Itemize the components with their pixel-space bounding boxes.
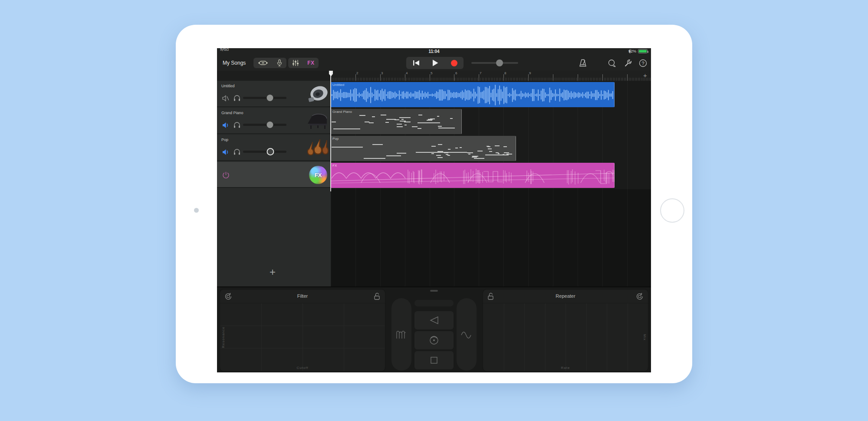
panel-grip-handle[interactable] bbox=[430, 290, 438, 292]
bar-number: 2 bbox=[356, 71, 358, 75]
stop-square-icon bbox=[430, 356, 438, 364]
filter-y-axis-label: Resonance bbox=[221, 326, 225, 348]
volume-slider[interactable] bbox=[243, 97, 286, 99]
midi-notes bbox=[331, 136, 516, 161]
filter-x-axis-label: Cutoff bbox=[220, 366, 385, 370]
status-bar: iPad 11:04 92% bbox=[217, 48, 651, 55]
bar-number: 6 bbox=[455, 71, 457, 75]
toolbar: My Songs bbox=[217, 55, 651, 71]
fx-cycle-icon[interactable] bbox=[636, 293, 644, 300]
region-label: Grand Piano bbox=[332, 110, 352, 114]
track-header-untitled[interactable]: Untitled bbox=[217, 81, 331, 107]
toolbar-slider-knob[interactable] bbox=[496, 59, 503, 66]
add-track-button[interactable]: + bbox=[262, 266, 283, 280]
filter-xy-pad[interactable]: Filter Resonance Cutoff bbox=[220, 289, 385, 372]
extend-song-button[interactable]: + bbox=[643, 72, 647, 79]
region-label: FX bbox=[332, 164, 337, 168]
mute-icon-active[interactable] bbox=[222, 122, 230, 128]
track-header-pop[interactable]: Pop bbox=[217, 135, 331, 161]
gater-slider[interactable] bbox=[391, 298, 411, 371]
volume-slider[interactable] bbox=[243, 151, 286, 153]
headphones-icon[interactable] bbox=[233, 148, 240, 155]
bar-ruler[interactable]: 2 3 4 5 6 7 8 9 + bbox=[331, 71, 651, 81]
microphone-icon[interactable] bbox=[277, 59, 282, 66]
metronome-icon[interactable] bbox=[579, 59, 587, 67]
region-untitled-audio[interactable]: Untitled bbox=[331, 82, 615, 107]
arrangement-area[interactable]: Untitled Grand Piano Pop FX bbox=[331, 81, 651, 286]
region-fx-automation[interactable]: FX bbox=[331, 163, 615, 188]
charging-bolt-icon bbox=[628, 49, 631, 53]
bar-number: 8 bbox=[504, 71, 506, 75]
audio-recorder-speaker-image[interactable] bbox=[305, 84, 329, 104]
fx-center-controls bbox=[385, 287, 483, 372]
repeater-y-axis-label: Mix bbox=[643, 334, 647, 340]
camera-dot bbox=[194, 208, 199, 213]
loop-browser-icon[interactable] bbox=[608, 59, 616, 67]
track-header-fx-selected[interactable]: FX bbox=[217, 162, 331, 188]
headphones-icon[interactable] bbox=[233, 95, 240, 102]
headphones-icon[interactable] bbox=[233, 122, 240, 128]
instrument-view-icon[interactable] bbox=[258, 60, 268, 66]
mixer-fx-group: FX bbox=[288, 58, 319, 68]
rewind-button[interactable] bbox=[413, 60, 420, 66]
my-songs-button[interactable]: My Songs bbox=[223, 59, 246, 67]
home-button[interactable] bbox=[660, 198, 684, 223]
sine-wave-icon bbox=[460, 330, 473, 339]
volume-knob-selected[interactable] bbox=[267, 148, 274, 155]
reverse-button[interactable] bbox=[414, 311, 454, 329]
clock: 11:04 bbox=[217, 49, 651, 54]
region-label: Untitled bbox=[332, 83, 344, 87]
remix-fx-toggle[interactable]: FX bbox=[307, 60, 314, 66]
toolbar-slider[interactable] bbox=[471, 62, 518, 64]
bar-number: 3 bbox=[381, 71, 383, 75]
repeater-xy-pad[interactable]: Repeater Mix Rate bbox=[483, 289, 648, 372]
bar-number: 7 bbox=[480, 71, 481, 75]
fx-automation-curves bbox=[331, 163, 615, 188]
mute-icon-active[interactable] bbox=[222, 149, 230, 155]
repeater-title: Repeater bbox=[483, 293, 648, 299]
garageband-screen: iPad 11:04 92% bbox=[217, 48, 651, 372]
playhead-line[interactable] bbox=[330, 71, 331, 191]
volume-slider[interactable] bbox=[243, 124, 286, 126]
track-header-grand-piano[interactable]: Grand Piano bbox=[217, 108, 331, 134]
reverse-triangle-icon bbox=[429, 316, 439, 325]
vinyl-scratch-button[interactable] bbox=[414, 331, 454, 349]
repeater-pad-grid[interactable]: Mix Rate bbox=[483, 303, 648, 371]
page-background: iPad 11:04 92% bbox=[0, 0, 868, 421]
mixer-sliders-icon[interactable] bbox=[292, 59, 299, 66]
gater-icon bbox=[396, 329, 407, 340]
track-header-column: Untitled bbox=[217, 81, 331, 286]
audio-waveform bbox=[331, 82, 615, 107]
region-label: Pop bbox=[332, 137, 339, 141]
strings-violins-image[interactable] bbox=[305, 138, 329, 158]
bar-number: 4 bbox=[406, 71, 408, 75]
remix-fx-splash-icon[interactable]: FX bbox=[309, 166, 327, 184]
filter-pad-grid[interactable]: Resonance Cutoff bbox=[220, 303, 385, 371]
mute-icon[interactable] bbox=[222, 95, 230, 102]
power-icon[interactable] bbox=[222, 171, 230, 179]
bar-number: 5 bbox=[431, 71, 432, 75]
volume-knob[interactable] bbox=[267, 122, 273, 128]
view-toggle-group bbox=[253, 58, 286, 68]
downer-slider[interactable] bbox=[457, 298, 477, 371]
repeater-pad-header: Repeater bbox=[483, 289, 648, 303]
grand-piano-image[interactable] bbox=[305, 111, 329, 131]
help-icon[interactable]: ? bbox=[639, 59, 647, 67]
region-grand-piano-midi[interactable]: Grand Piano bbox=[331, 109, 462, 134]
repeater-x-axis-label: Rate bbox=[483, 366, 648, 370]
transport-controls bbox=[406, 57, 464, 69]
track-name: Grand Piano bbox=[221, 111, 243, 115]
wrench-settings-icon[interactable] bbox=[624, 59, 632, 67]
play-button[interactable] bbox=[432, 59, 438, 66]
lock-icon[interactable] bbox=[374, 293, 381, 300]
volume-knob[interactable] bbox=[267, 95, 273, 101]
vinyl-icon bbox=[429, 335, 439, 345]
track-name: Pop bbox=[221, 138, 228, 142]
svg-text:?: ? bbox=[641, 61, 644, 66]
dimmed-label-slot bbox=[414, 300, 454, 306]
region-pop-midi[interactable]: Pop bbox=[331, 136, 516, 161]
filter-pad-header: Filter bbox=[220, 289, 385, 303]
tape-stop-button[interactable] bbox=[414, 351, 454, 369]
record-button[interactable] bbox=[451, 60, 457, 66]
fx-splash-label: FX bbox=[315, 172, 322, 178]
